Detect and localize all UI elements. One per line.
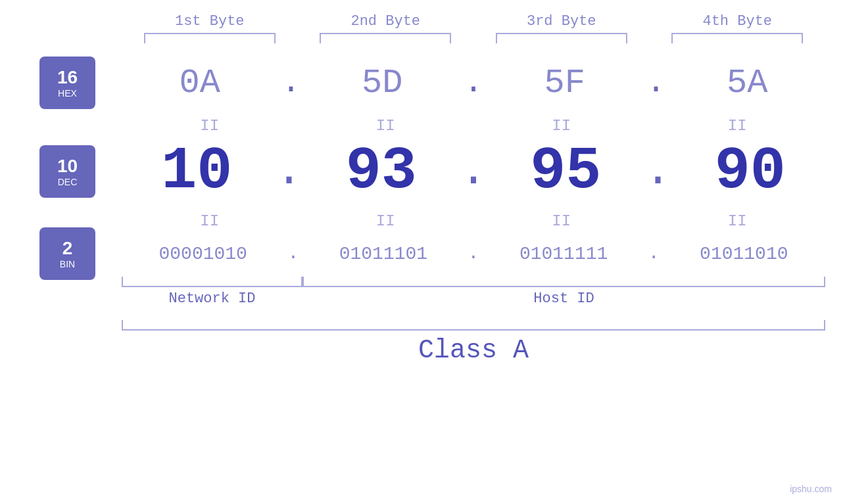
eq2-3: II xyxy=(473,212,650,230)
equals-row-1: II II II II xyxy=(122,112,825,139)
bracket-top-3 xyxy=(496,33,627,43)
hex-value-2: 5D xyxy=(362,64,402,103)
bin-dot-1: . xyxy=(287,244,299,263)
bin-value-2: 01011101 xyxy=(339,244,427,264)
hex-badge-container: 16 HEX xyxy=(39,57,95,109)
dec-dot-2: . xyxy=(460,149,487,195)
bin-value-1: 00001010 xyxy=(158,244,247,264)
bin-badge-container: 2 BIN xyxy=(39,227,95,280)
dec-value-2: 93 xyxy=(346,138,417,205)
dec-badge-number: 10 xyxy=(57,156,78,177)
bin-badge: 2 BIN xyxy=(39,227,95,280)
host-bracket xyxy=(302,277,825,287)
byte-header-2: 2nd Byte xyxy=(298,13,474,30)
dec-value-1: 10 xyxy=(161,138,232,205)
network-id-label: Network ID xyxy=(122,290,302,307)
dec-val-3: 95 xyxy=(491,138,640,205)
eq2-1: II xyxy=(122,212,298,230)
bin-badge-label: BIN xyxy=(60,259,75,269)
hex-dot-2: . xyxy=(464,66,483,99)
bin-row: 2 BIN 00001010 . 01011101 . 01011111 . 0… xyxy=(122,234,825,273)
eq1-1: II xyxy=(122,117,298,135)
hex-badge: 16 HEX xyxy=(39,57,95,109)
bottom-section: Network ID Host ID xyxy=(122,277,825,307)
bracket-top-2 xyxy=(320,33,451,43)
dec-row: 10 DEC 10 . 93 . 95 . 90 xyxy=(122,139,825,204)
bin-dot-3: . xyxy=(648,244,660,263)
watermark: ipshu.com xyxy=(790,484,832,494)
bin-value-3: 01011111 xyxy=(519,244,608,264)
eq1-4: II xyxy=(650,117,826,135)
equals-row-2: II II II II xyxy=(122,208,825,234)
eq1-3: II xyxy=(473,117,650,135)
bracket-cell-1 xyxy=(122,33,298,43)
bin-val-1: 00001010 xyxy=(122,244,284,264)
hex-value-4: 5A xyxy=(727,64,767,103)
bin-val-3: 01011111 xyxy=(482,244,644,264)
dec-dot-3: . xyxy=(644,149,671,195)
bin-value-4: 01011010 xyxy=(700,244,788,264)
dec-val-4: 90 xyxy=(675,138,825,205)
dec-badge: 10 DEC xyxy=(39,145,95,198)
bracket-top-4 xyxy=(671,33,803,43)
dec-val-1: 10 xyxy=(122,138,272,205)
hex-badge-label: HEX xyxy=(58,88,77,99)
dec-badge-container: 10 DEC xyxy=(39,145,95,198)
hex-val-1: 0A xyxy=(122,64,278,103)
hex-dot-1: . xyxy=(281,66,301,99)
dec-value-4: 90 xyxy=(715,138,786,205)
hex-badge-number: 16 xyxy=(57,67,78,88)
class-section: Class A xyxy=(122,320,825,365)
hex-dot-3: . xyxy=(646,66,665,99)
bracket-top-1 xyxy=(144,33,276,43)
label-row: Network ID Host ID xyxy=(122,290,825,307)
bracket-cell-2 xyxy=(298,33,474,43)
hex-val-4: 5A xyxy=(669,64,825,103)
network-bracket xyxy=(122,277,302,287)
bin-val-2: 01011101 xyxy=(302,244,464,264)
hex-val-2: 5D xyxy=(304,64,460,103)
class-label: Class A xyxy=(122,336,825,365)
dec-badge-label: DEC xyxy=(58,177,78,187)
bin-dot-2: . xyxy=(468,244,479,263)
main-container: 1st Byte 2nd Byte 3rd Byte 4th Byte 16 H… xyxy=(0,0,845,504)
byte-header-1: 1st Byte xyxy=(122,13,298,30)
byte-header-3: 3rd Byte xyxy=(473,13,650,30)
top-bracket-row xyxy=(122,33,825,43)
dec-value-3: 95 xyxy=(530,138,601,205)
byte-header-4: 4th Byte xyxy=(650,13,826,30)
class-bracket xyxy=(122,320,825,331)
bracket-cell-3 xyxy=(473,33,650,43)
hex-value-1: 0A xyxy=(180,64,220,103)
hex-value-3: 5F xyxy=(544,64,585,103)
eq1-2: II xyxy=(298,117,474,135)
dec-val-2: 93 xyxy=(306,138,456,205)
host-id-label: Host ID xyxy=(302,290,825,307)
bin-badge-number: 2 xyxy=(62,238,73,259)
bracket-cell-4 xyxy=(650,33,826,43)
hex-row: 16 HEX 0A . 5D . 5F . 5A xyxy=(122,57,825,109)
bottom-bracket-row xyxy=(122,277,825,287)
dec-dot-1: . xyxy=(275,149,302,195)
eq2-4: II xyxy=(650,212,826,230)
hex-val-3: 5F xyxy=(487,64,642,103)
eq2-2: II xyxy=(298,212,474,230)
byte-headers-row: 1st Byte 2nd Byte 3rd Byte 4th Byte xyxy=(122,13,825,30)
bin-val-4: 01011010 xyxy=(663,244,825,264)
